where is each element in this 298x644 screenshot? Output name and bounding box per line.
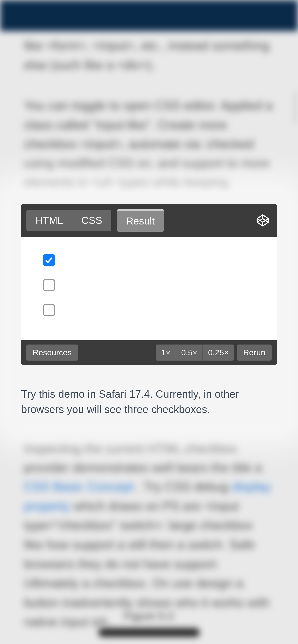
zoom-1x[interactable]: 1×: [156, 344, 176, 360]
demo-checkbox-3[interactable]: [43, 304, 55, 316]
page-header-blurred: [0, 0, 298, 31]
codepen-logo-icon[interactable]: [256, 214, 270, 227]
bg-paragraph-1: like <form>, <input>, etc., instead some…: [24, 36, 274, 74]
tab-result[interactable]: Result: [117, 209, 164, 232]
demo-checkbox-2[interactable]: [43, 279, 55, 291]
resources-button[interactable]: Resources: [26, 344, 78, 360]
demo-checkbox-1[interactable]: [43, 254, 55, 266]
rerun-button[interactable]: Rerun: [237, 344, 272, 360]
demo-card: HTML CSS Result Resources: [10, 193, 288, 428]
tab-html[interactable]: HTML: [26, 210, 72, 231]
codepen-source-tabs: HTML CSS: [26, 210, 111, 231]
bg-paragraph-2: You can toggle to open CSS editor. Appli…: [24, 96, 274, 192]
codepen-result-pane: [21, 237, 277, 340]
tab-css[interactable]: CSS: [72, 210, 111, 231]
codepen-embed: HTML CSS Result Resources: [21, 204, 277, 365]
zoom-group: 1× 0.5× 0.25×: [156, 344, 234, 360]
bg-home-indicator: [98, 628, 200, 637]
bg-paragraph-3: Inspecting the current HTML checkbox pro…: [24, 438, 274, 632]
side-handle-blurred: [293, 90, 298, 124]
zoom-0-5x[interactable]: 0.5×: [176, 344, 203, 360]
demo-caption: Try this demo in Safari 17.4. Currently,…: [21, 386, 277, 417]
bg-figure-caption: Figure 5-2: [0, 610, 298, 622]
codepen-footer: Resources 1× 0.5× 0.25× Rerun: [21, 340, 277, 365]
zoom-0-25x[interactable]: 0.25×: [203, 344, 234, 360]
codepen-tabbar: HTML CSS Result: [21, 204, 277, 237]
